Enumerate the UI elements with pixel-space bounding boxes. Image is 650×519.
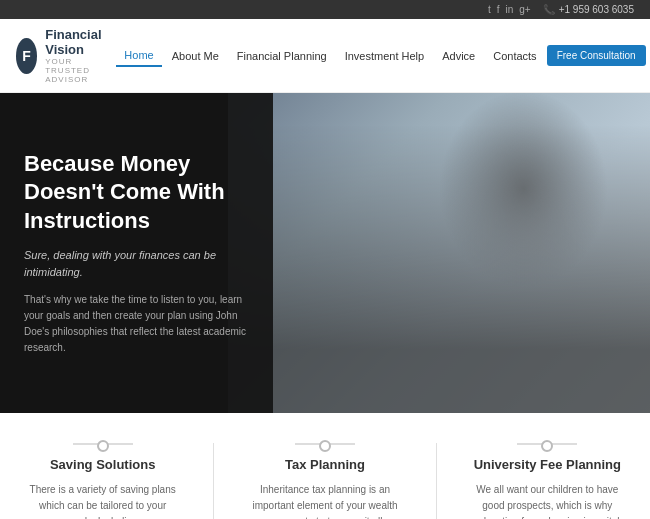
service-desc-1: There is a variety of saving plans which… [24, 482, 181, 519]
hero-description: That's why we take the time to listen to… [24, 292, 249, 356]
service-separator-2 [436, 443, 437, 519]
logo: F Financial Vision YOUR TRUSTED ADVISOR [16, 27, 116, 84]
free-consultation-button[interactable]: Free Consultation [547, 45, 646, 66]
linkedin-icon[interactable]: in [505, 4, 513, 15]
hero-image [228, 93, 651, 413]
hero-section: Because Money Doesn't Come With Instruct… [0, 93, 650, 413]
hero-title: Because Money Doesn't Come With Instruct… [24, 150, 249, 236]
service-saving-solutions: Saving Solutions There is a variety of s… [16, 443, 189, 519]
phone-icon: 📞 [543, 4, 555, 15]
phone-number: 📞 +1 959 603 6035 [543, 4, 634, 15]
facebook-icon[interactable]: f [497, 4, 500, 15]
googleplus-icon[interactable]: g+ [519, 4, 530, 15]
service-separator-1 [213, 443, 214, 519]
nav-financial-planning[interactable]: Financial Planning [229, 46, 335, 66]
service-tax-planning: Tax Planning Inheritance tax planning is… [238, 443, 411, 519]
nav-contacts[interactable]: Contacts [485, 46, 544, 66]
service-title-3: University Fee Planning [474, 457, 621, 472]
hero-overlay: Because Money Doesn't Come With Instruct… [0, 93, 273, 413]
social-icons: t f in g+ [488, 4, 531, 15]
logo-title: Financial Vision [45, 27, 116, 57]
twitter-icon[interactable]: t [488, 4, 491, 15]
logo-shield: F [16, 38, 37, 74]
logo-text: Financial Vision YOUR TRUSTED ADVISOR [45, 27, 116, 84]
nav-about[interactable]: About Me [164, 46, 227, 66]
services-section: Saving Solutions There is a variety of s… [0, 413, 650, 519]
service-divider-1 [73, 443, 133, 445]
service-divider-2 [295, 443, 355, 445]
nav-investment[interactable]: Investment Help [337, 46, 432, 66]
navigation: Home About Me Financial Planning Investm… [116, 45, 645, 67]
nav-home[interactable]: Home [116, 45, 161, 67]
hero-background [228, 93, 651, 413]
top-bar: t f in g+ 📞 +1 959 603 6035 [0, 0, 650, 19]
hero-subtitle: Sure, dealing with your finances can be … [24, 247, 249, 280]
service-university-planning: University Fee Planning We all want our … [461, 443, 634, 519]
header: F Financial Vision YOUR TRUSTED ADVISOR … [0, 19, 650, 93]
service-desc-2: Inheritance tax planning is an important… [246, 482, 403, 519]
service-desc-3: We all want our children to have good pr… [469, 482, 626, 519]
nav-advice[interactable]: Advice [434, 46, 483, 66]
logo-subtitle: YOUR TRUSTED ADVISOR [45, 57, 116, 84]
service-title-2: Tax Planning [285, 457, 365, 472]
service-divider-3 [517, 443, 577, 445]
service-title-1: Saving Solutions [50, 457, 155, 472]
